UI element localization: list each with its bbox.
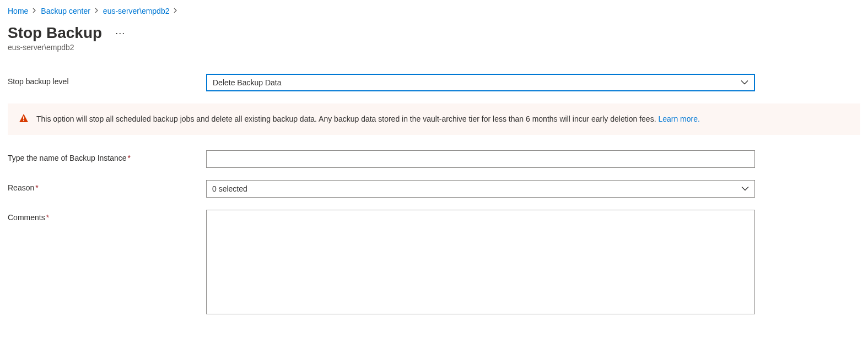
reason-label-text: Reason bbox=[8, 183, 34, 192]
stop-level-select[interactable]: Delete Backup Data bbox=[206, 74, 755, 91]
page-title: Stop Backup bbox=[8, 24, 102, 42]
instance-name-label: Type the name of Backup Instance* bbox=[8, 150, 206, 162]
breadcrumb-home[interactable]: Home bbox=[8, 7, 28, 15]
page-subtitle: eus-server\empdb2 bbox=[8, 43, 860, 52]
required-indicator: * bbox=[35, 183, 38, 192]
instance-name-row: Type the name of Backup Instance* bbox=[8, 150, 860, 168]
required-indicator: * bbox=[128, 154, 131, 162]
page-header: Stop Backup ··· eus-server\empdb2 bbox=[8, 24, 860, 52]
warning-banner: This option will stop all scheduled back… bbox=[8, 103, 860, 135]
comments-label-text: Comments bbox=[8, 213, 45, 222]
more-actions-button[interactable]: ··· bbox=[111, 25, 130, 41]
reason-label: Reason* bbox=[8, 180, 206, 192]
reason-value: 0 selected bbox=[212, 184, 247, 193]
instance-name-label-text: Type the name of Backup Instance bbox=[8, 154, 127, 162]
chevron-right-icon bbox=[33, 7, 36, 15]
warning-message: This option will stop all scheduled back… bbox=[36, 114, 658, 123]
warning-text: This option will stop all scheduled back… bbox=[36, 114, 700, 125]
reason-select[interactable]: 0 selected bbox=[206, 180, 755, 198]
chevron-right-icon bbox=[95, 7, 99, 15]
learn-more-link[interactable]: Learn more. bbox=[658, 114, 699, 123]
stop-level-value: Delete Backup Data bbox=[213, 78, 282, 87]
comments-label: Comments* bbox=[8, 210, 206, 222]
svg-rect-1 bbox=[23, 120, 24, 121]
stop-level-label: Stop backup level bbox=[8, 74, 206, 86]
svg-rect-0 bbox=[23, 117, 24, 120]
warning-icon bbox=[19, 113, 29, 125]
breadcrumb-backup-center[interactable]: Backup center bbox=[41, 7, 90, 15]
chevron-right-icon bbox=[174, 7, 177, 15]
stop-level-row: Stop backup level Delete Backup Data bbox=[8, 74, 860, 91]
breadcrumb-instance[interactable]: eus-server\empdb2 bbox=[103, 7, 170, 15]
breadcrumb: Home Backup center eus-server\empdb2 bbox=[8, 7, 860, 15]
comments-row: Comments* bbox=[8, 210, 860, 316]
reason-row: Reason* 0 selected bbox=[8, 180, 860, 198]
instance-name-input[interactable] bbox=[206, 150, 755, 168]
comments-input[interactable] bbox=[206, 210, 755, 314]
required-indicator: * bbox=[46, 213, 49, 222]
chevron-down-icon bbox=[741, 80, 748, 85]
chevron-down-icon bbox=[741, 187, 749, 192]
